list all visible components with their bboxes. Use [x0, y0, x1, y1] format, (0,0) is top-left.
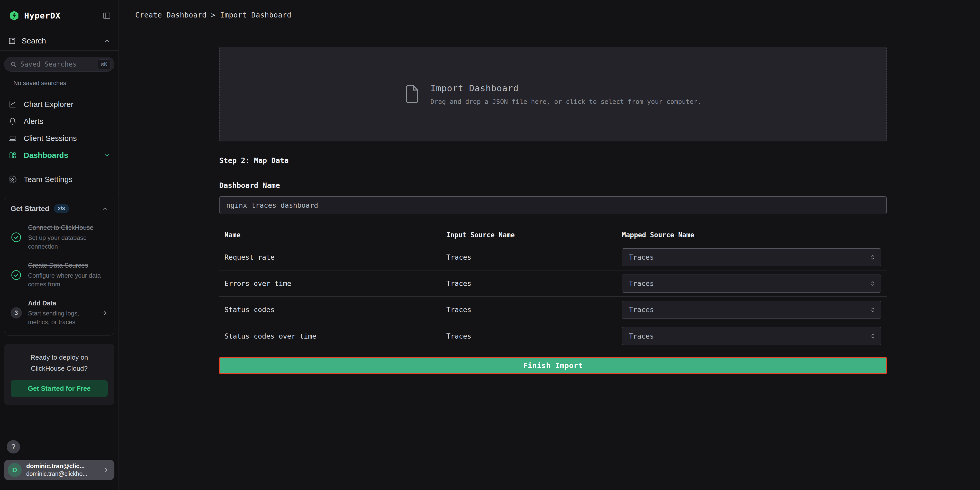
nav-label: Team Settings [24, 175, 73, 184]
table-row: Errors over time Traces Traces [219, 270, 887, 297]
get-started-item-title: Add Data [28, 299, 94, 307]
sidebar-item-team-settings[interactable]: Team Settings [0, 171, 119, 188]
check-circle-icon [11, 269, 22, 281]
search-icon [10, 61, 17, 68]
row-name: Status codes [219, 305, 446, 313]
row-input-source: Traces [446, 332, 622, 340]
nav-label: Client Sessions [24, 134, 77, 143]
mapped-source-select[interactable]: Traces [622, 248, 881, 266]
help-button[interactable]: ? [7, 440, 20, 453]
select-value: Traces [629, 253, 654, 261]
nav-label: Dashboards [24, 151, 68, 160]
finish-import-button[interactable]: Finish Import [219, 357, 887, 374]
get-started-header[interactable]: Get Started 2/3 [11, 204, 108, 213]
hyperdx-logo[interactable]: HyperDX [9, 10, 60, 21]
no-saved-searches-text: No saved searches [13, 80, 119, 87]
row-input-source: Traces [446, 253, 622, 261]
search-section-label: Search [22, 37, 46, 45]
file-icon [405, 84, 420, 103]
progress-badge: 2/3 [54, 204, 69, 213]
user-menu[interactable]: D dominic.tran@clic... dominic.tran@clic… [4, 460, 115, 480]
promo-text-line1: Ready to deploy on [11, 352, 108, 363]
select-chevrons-icon [869, 254, 876, 261]
sidebar-bottom: ? D dominic.tran@clic... dominic.tran@cl… [0, 440, 119, 490]
collapse-sidebar-icon[interactable] [102, 11, 111, 20]
column-header-mapped-source: Mapped Source Name [622, 231, 887, 239]
journal-icon [8, 37, 16, 45]
chevron-right-icon [103, 467, 109, 473]
promo-text-line2: ClickHouse Cloud? [11, 363, 108, 374]
sidebar-section-search[interactable]: Search [0, 31, 119, 50]
get-started-item-text: Connect to ClickHouse Set up your databa… [28, 223, 108, 251]
sidebar: HyperDX Search ⌘K No saved searches [0, 0, 119, 490]
get-started-panel: Get Started 2/3 Connect to ClickHouse Se… [4, 197, 115, 336]
select-chevrons-icon [869, 280, 876, 287]
sidebar-divider [0, 50, 119, 51]
get-started-item-subtitle: Start sending logs, metrics, or traces [28, 309, 94, 326]
layout-icon [9, 151, 16, 159]
sidebar-item-dashboards[interactable]: Dashboards [0, 147, 119, 164]
check-circle-icon [11, 232, 22, 243]
row-name: Status codes over time [219, 332, 446, 340]
mapping-table: Name Input Source Name Mapped Source Nam… [219, 226, 887, 349]
row-name: Errors over time [219, 280, 446, 288]
row-name: Request rate [219, 253, 446, 261]
nav-label: Chart Explorer [24, 100, 73, 109]
main-area: Create Dashboard > Import Dashboard Impo… [119, 0, 980, 490]
get-started-item-connect[interactable]: Connect to ClickHouse Set up your databa… [11, 223, 108, 251]
user-info: dominic.tran@clic... dominic.tran@clickh… [26, 463, 98, 477]
app-root: HyperDX Search ⌘K No saved searches [0, 0, 980, 490]
get-started-item-add-data[interactable]: 3 Add Data Start sending logs, metrics, … [11, 299, 108, 326]
get-started-item-sources[interactable]: Create Data Sources Configure where your… [11, 261, 108, 289]
get-started-item-title: Connect to ClickHouse [28, 223, 108, 232]
get-started-item-title: Create Data Sources [28, 261, 108, 270]
get-started-item-text: Add Data Start sending logs, metrics, or… [28, 299, 94, 326]
sidebar-item-chart-explorer[interactable]: Chart Explorer [0, 96, 119, 113]
mapped-source-select[interactable]: Traces [622, 301, 881, 319]
step-title: Step 2: Map Data [219, 156, 887, 165]
hyperdx-logo-icon [9, 10, 19, 21]
chevron-up-icon[interactable] [103, 38, 110, 44]
dropzone-title: Import Dashboard [430, 83, 701, 93]
chart-line-icon [9, 100, 16, 108]
select-chevrons-icon [869, 332, 876, 339]
bell-icon [9, 118, 16, 125]
chevron-down-icon [103, 152, 110, 159]
get-started-item-text: Create Data Sources Configure where your… [28, 261, 108, 289]
get-started-free-button[interactable]: Get Started for Free [11, 380, 108, 397]
select-value: Traces [629, 280, 654, 288]
saved-searches-input[interactable] [20, 60, 94, 68]
sidebar-item-alerts[interactable]: Alerts [0, 113, 119, 130]
search-section-label-group: Search [8, 37, 46, 45]
top-bar: Create Dashboard > Import Dashboard [119, 0, 980, 30]
table-row: Request rate Traces Traces [219, 244, 887, 270]
mapped-source-select[interactable]: Traces [622, 275, 881, 293]
dashboard-name-label: Dashboard Name [219, 181, 887, 190]
arrow-right-icon [100, 309, 108, 317]
dropzone-text: Import Dashboard Drag and drop a JSON fi… [430, 83, 701, 105]
dashboard-name-input[interactable] [219, 196, 887, 214]
sidebar-nav: Chart Explorer Alerts Client Sessions Da… [0, 96, 119, 188]
get-started-item-subtitle: Configure where your data comes from [28, 271, 108, 289]
saved-searches-search[interactable]: ⌘K [4, 57, 115, 72]
logo-text: HyperDX [24, 11, 60, 21]
json-dropzone[interactable]: Import Dashboard Drag and drop a JSON fi… [219, 47, 887, 142]
chevron-up-icon[interactable] [102, 206, 108, 212]
column-header-input-source: Input Source Name [446, 231, 622, 239]
user-email: dominic.tran@clickho... [26, 471, 98, 477]
import-dashboard-content: Import Dashboard Drag and drop a JSON fi… [219, 30, 887, 374]
table-row: Status codes Traces Traces [219, 297, 887, 323]
nav-label: Alerts [24, 117, 43, 126]
logo-row: HyperDX [0, 0, 119, 31]
select-chevrons-icon [869, 307, 876, 313]
avatar: D [8, 463, 22, 477]
row-input-source: Traces [446, 305, 622, 313]
sidebar-item-client-sessions[interactable]: Client Sessions [0, 130, 119, 147]
laptop-icon [9, 134, 16, 142]
step-number-badge: 3 [11, 307, 22, 318]
dropzone-subtitle: Drag and drop a JSON file here, or click… [430, 98, 701, 105]
get-started-item-subtitle: Set up your database connection [28, 234, 108, 251]
table-row: Status codes over time Traces Traces [219, 323, 887, 349]
mapped-source-select[interactable]: Traces [622, 327, 881, 345]
gear-icon [9, 176, 16, 183]
